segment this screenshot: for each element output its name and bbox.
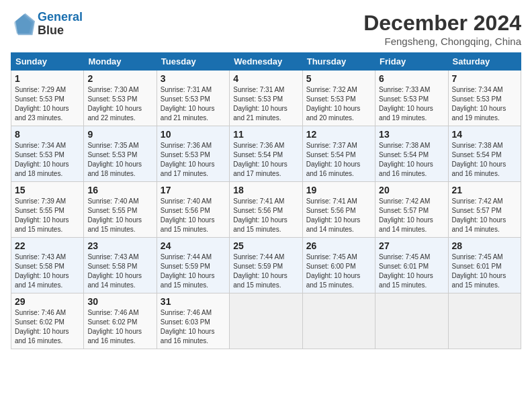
day-number: 18 [233,185,298,195]
day-number: 30 [87,296,152,307]
calendar-cell: 9 Sunrise: 7:35 AMSunset: 5:53 PMDayligh… [84,126,157,182]
day-number: 27 [379,240,444,251]
day-number: 16 [87,185,152,195]
calendar-cell: 28 Sunrise: 7:45 AMSunset: 6:01 PMDaylig… [448,238,521,293]
calendar-week-3: 15 Sunrise: 7:39 AMSunset: 5:55 PMDaylig… [11,182,521,238]
day-info: Sunrise: 7:34 AMSunset: 5:53 PMDaylight:… [15,141,80,179]
calendar-cell: 27 Sunrise: 7:45 AMSunset: 6:01 PMDaylig… [375,238,448,293]
calendar-title: December 2024 [363,11,521,36]
calendar-table: SundayMondayTuesdayWednesdayThursdayFrid… [11,52,521,349]
day-info: Sunrise: 7:36 AMSunset: 5:53 PMDaylight:… [161,141,226,179]
day-number: 26 [306,240,371,251]
day-info: Sunrise: 7:41 AMSunset: 5:56 PMDaylight:… [233,197,298,234]
day-info: Sunrise: 7:40 AMSunset: 5:56 PMDaylight:… [161,197,226,234]
day-number: 28 [452,240,517,251]
day-info: Sunrise: 7:30 AMSunset: 5:53 PMDaylight:… [87,85,152,123]
header-saturday: Saturday [448,53,521,71]
calendar-cell: 1 Sunrise: 7:29 AMSunset: 5:53 PMDayligh… [11,71,84,126]
day-info: Sunrise: 7:45 AMSunset: 6:01 PMDaylight:… [452,253,517,290]
calendar-cell: 13 Sunrise: 7:38 AMSunset: 5:54 PMDaylig… [375,126,448,182]
day-info: Sunrise: 7:40 AMSunset: 5:55 PMDaylight:… [87,197,152,234]
calendar-cell [448,293,521,349]
day-number: 11 [233,129,298,140]
day-number: 29 [15,296,80,307]
logo: General Blue [11,11,83,38]
day-info: Sunrise: 7:41 AMSunset: 5:56 PMDaylight:… [306,197,371,234]
page-header: General Blue December 2024 Fengsheng, Ch… [11,11,521,47]
day-info: Sunrise: 7:36 AMSunset: 5:54 PMDaylight:… [233,141,298,179]
calendar-cell: 18 Sunrise: 7:41 AMSunset: 5:56 PMDaylig… [230,182,302,238]
day-info: Sunrise: 7:45 AMSunset: 6:00 PMDaylight:… [306,253,371,290]
day-number: 20 [379,185,444,195]
day-info: Sunrise: 7:46 AMSunset: 6:02 PMDaylight:… [87,308,152,346]
calendar-cell: 31 Sunrise: 7:46 AMSunset: 6:03 PMDaylig… [157,293,229,349]
day-info: Sunrise: 7:32 AMSunset: 5:53 PMDaylight:… [306,85,371,123]
day-info: Sunrise: 7:34 AMSunset: 5:53 PMDaylight:… [452,85,517,123]
calendar-cell: 12 Sunrise: 7:37 AMSunset: 5:54 PMDaylig… [302,126,375,182]
calendar-cell: 23 Sunrise: 7:43 AMSunset: 5:58 PMDaylig… [84,238,157,293]
header-monday: Monday [84,53,157,71]
calendar-cell: 21 Sunrise: 7:42 AMSunset: 5:57 PMDaylig… [448,182,521,238]
calendar-cell: 29 Sunrise: 7:46 AMSunset: 6:02 PMDaylig… [11,293,84,349]
day-info: Sunrise: 7:33 AMSunset: 5:53 PMDaylight:… [379,85,444,123]
header-sunday: Sunday [11,53,84,71]
calendar-cell: 8 Sunrise: 7:34 AMSunset: 5:53 PMDayligh… [11,126,84,182]
calendar-header-row: SundayMondayTuesdayWednesdayThursdayFrid… [11,53,521,71]
day-number: 24 [161,240,226,251]
calendar-cell: 22 Sunrise: 7:43 AMSunset: 5:58 PMDaylig… [11,238,84,293]
header-tuesday: Tuesday [157,53,229,71]
day-info: Sunrise: 7:46 AMSunset: 6:02 PMDaylight:… [15,308,80,346]
day-info: Sunrise: 7:43 AMSunset: 5:58 PMDaylight:… [87,253,152,290]
header-wednesday: Wednesday [230,53,302,71]
calendar-cell: 6 Sunrise: 7:33 AMSunset: 5:53 PMDayligh… [375,71,448,126]
day-number: 9 [87,129,152,140]
calendar-cell: 26 Sunrise: 7:45 AMSunset: 6:00 PMDaylig… [302,238,375,293]
title-block: December 2024 Fengsheng, Chongqing, Chin… [363,11,521,47]
day-info: Sunrise: 7:42 AMSunset: 5:57 PMDaylight:… [379,197,444,234]
logo-text: General Blue [38,11,83,38]
day-number: 13 [379,129,444,140]
calendar-cell: 4 Sunrise: 7:31 AMSunset: 5:53 PMDayligh… [230,71,302,126]
day-info: Sunrise: 7:43 AMSunset: 5:58 PMDaylight:… [15,253,80,290]
day-info: Sunrise: 7:38 AMSunset: 5:54 PMDaylight:… [452,141,517,179]
day-info: Sunrise: 7:35 AMSunset: 5:53 PMDaylight:… [87,141,152,179]
day-number: 7 [452,73,517,84]
day-info: Sunrise: 7:46 AMSunset: 6:03 PMDaylight:… [161,308,226,346]
calendar-cell: 17 Sunrise: 7:40 AMSunset: 5:56 PMDaylig… [157,182,229,238]
calendar-cell: 10 Sunrise: 7:36 AMSunset: 5:53 PMDaylig… [157,126,229,182]
day-info: Sunrise: 7:37 AMSunset: 5:54 PMDaylight:… [306,141,371,179]
day-number: 2 [87,73,152,84]
day-number: 5 [306,73,371,84]
day-info: Sunrise: 7:44 AMSunset: 5:59 PMDaylight:… [233,253,298,290]
day-number: 23 [87,240,152,251]
day-number: 19 [306,185,371,195]
day-number: 31 [161,296,226,307]
day-info: Sunrise: 7:38 AMSunset: 5:54 PMDaylight:… [379,141,444,179]
day-info: Sunrise: 7:31 AMSunset: 5:53 PMDaylight:… [233,85,298,123]
calendar-week-4: 22 Sunrise: 7:43 AMSunset: 5:58 PMDaylig… [11,238,521,293]
calendar-week-1: 1 Sunrise: 7:29 AMSunset: 5:53 PMDayligh… [11,71,521,126]
calendar-cell [375,293,448,349]
day-info: Sunrise: 7:42 AMSunset: 5:57 PMDaylight:… [452,197,517,234]
day-number: 22 [15,240,80,251]
calendar-cell: 24 Sunrise: 7:44 AMSunset: 5:59 PMDaylig… [157,238,229,293]
day-number: 1 [15,73,80,84]
day-number: 6 [379,73,444,84]
calendar-cell: 30 Sunrise: 7:46 AMSunset: 6:02 PMDaylig… [84,293,157,349]
header-thursday: Thursday [302,53,375,71]
header-friday: Friday [375,53,448,71]
logo-icon [11,12,35,36]
calendar-cell [230,293,302,349]
logo-line1: General [38,10,83,24]
day-number: 12 [306,129,371,140]
calendar-cell: 5 Sunrise: 7:32 AMSunset: 5:53 PMDayligh… [302,71,375,126]
calendar-subtitle: Fengsheng, Chongqing, China [363,36,521,47]
day-number: 25 [233,240,298,251]
day-number: 21 [452,185,517,195]
day-number: 3 [161,73,226,84]
calendar-cell: 20 Sunrise: 7:42 AMSunset: 5:57 PMDaylig… [375,182,448,238]
calendar-cell: 2 Sunrise: 7:30 AMSunset: 5:53 PMDayligh… [84,71,157,126]
logo-line2: Blue [38,24,83,38]
day-info: Sunrise: 7:29 AMSunset: 5:53 PMDaylight:… [15,85,80,123]
day-number: 17 [161,185,226,195]
